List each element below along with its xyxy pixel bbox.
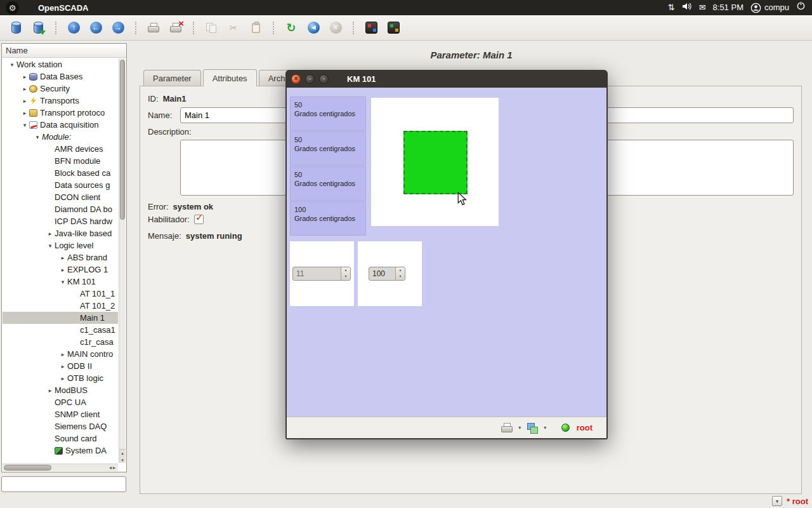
spinbox-2[interactable]: 100 ▴▾: [369, 267, 405, 281]
vertical-scroll-thumb[interactable]: [120, 60, 125, 220]
network-icon[interactable]: ⇅: [668, 0, 675, 15]
tree-vertical-scrollbar[interactable]: ▴▾: [119, 58, 126, 463]
tree-item-snmp-client[interactable]: SNMP client: [3, 408, 118, 420]
tree-item-transport-protoco[interactable]: ▸Transport protoco: [3, 107, 118, 119]
tab-parameter[interactable]: Parameter: [143, 70, 201, 86]
go-up-icon[interactable]: ↑: [64, 18, 83, 37]
user-menu[interactable]: compu: [750, 0, 789, 15]
vision-development-icon[interactable]: [362, 18, 381, 37]
start-updating-icon[interactable]: ◀: [304, 18, 323, 37]
spinbox-1-steppers[interactable]: ▴▾: [341, 267, 350, 280]
expander-icon[interactable]: ▸: [58, 255, 67, 261]
tab-attributes[interactable]: Attributes: [203, 69, 257, 86]
expander-icon[interactable]: ▸: [58, 363, 67, 370]
enable-checkbox[interactable]: [194, 215, 204, 224]
horizontal-scroll-steppers[interactable]: ◂▸: [109, 464, 117, 472]
tree-item-km-101[interactable]: ▾KM 101: [3, 276, 118, 288]
tree-item-work-station[interactable]: ▾Work station: [3, 58, 118, 70]
tree-item-main-contro[interactable]: ▸MAIN contro: [3, 348, 118, 360]
expander-icon[interactable]: ▸: [46, 387, 55, 394]
add-item-icon[interactable]: [144, 18, 163, 37]
tree-item-data-acquisition[interactable]: ▾Data acquisition: [3, 119, 118, 131]
spinbox-1[interactable]: 11 ▴▾: [292, 267, 351, 281]
expander-icon[interactable]: ▾: [58, 279, 67, 285]
tree-filter-input[interactable]: [1, 476, 126, 492]
tree-item-abs-brand[interactable]: ▸ABS brand: [3, 251, 118, 264]
tree-item-sound-card[interactable]: Sound card: [3, 432, 118, 444]
tree-item-explog-1[interactable]: ▸EXPLOG 1: [3, 264, 118, 276]
tree-item-label: Module:: [42, 132, 71, 142]
tree-item-c1-casa1[interactable]: c1_casa1: [3, 324, 118, 336]
expander-icon[interactable]: ▸: [20, 98, 29, 104]
tree-item-data-bases[interactable]: ▸Data Bases: [3, 70, 118, 83]
expander-icon[interactable]: ▸: [20, 110, 29, 116]
tree-item-block-based-ca[interactable]: Block based ca: [3, 167, 118, 179]
tree-item-otb-logic[interactable]: ▸OTB logic: [3, 372, 118, 384]
expander-icon[interactable]: ▸: [46, 231, 55, 237]
green-indicator[interactable]: [403, 131, 468, 194]
window-titlebar[interactable]: × − ▫ KM 101: [285, 70, 608, 88]
volume-icon[interactable]: [682, 0, 692, 15]
tree-item-icp-das-hardw[interactable]: ICP DAS hardw: [3, 215, 118, 227]
spinbox-2-steppers[interactable]: ▴▾: [395, 267, 405, 280]
tree-item-c1r-casa[interactable]: c1r_casa: [3, 336, 118, 348]
tree-header[interactable]: Name: [2, 44, 126, 58]
expander-icon[interactable]: ▾: [46, 243, 55, 249]
tree-item-security[interactable]: ▸Security: [3, 83, 118, 95]
clock[interactable]: 8:51 PM: [713, 0, 743, 15]
expander-icon[interactable]: ▸: [58, 351, 67, 358]
user-dropdown-icon[interactable]: ▾: [772, 496, 782, 506]
tree-item-diamond-da-bo[interactable]: Diamond DA bo: [3, 203, 118, 215]
tree-item-opc-ua[interactable]: OPC UA: [3, 396, 118, 408]
tree-item-data-sources-g[interactable]: Data sources g: [3, 179, 118, 191]
expander-icon[interactable]: ▸: [58, 375, 67, 382]
copy-item-icon[interactable]: [202, 18, 221, 37]
distributor-menu-icon[interactable]: ⚙: [6, 1, 19, 15]
go-forward-icon[interactable]: →: [108, 18, 128, 37]
maximize-icon[interactable]: ▫: [319, 74, 329, 84]
delete-item-icon[interactable]: ×: [166, 18, 185, 37]
go-back-icon[interactable]: ←: [86, 18, 105, 37]
dialog-user[interactable]: root: [577, 423, 593, 432]
print-icon[interactable]: [501, 423, 513, 433]
expander-icon[interactable]: ▸: [20, 86, 29, 92]
print-dropdown-icon[interactable]: ▾: [516, 425, 524, 431]
mail-icon[interactable]: ✉: [699, 0, 706, 15]
minimize-icon[interactable]: −: [305, 74, 315, 84]
expander-icon[interactable]: ▸: [20, 74, 29, 80]
export-icon[interactable]: [527, 423, 538, 433]
expander-icon[interactable]: ▸: [58, 267, 67, 273]
vertical-scroll-steppers[interactable]: ▴▾: [119, 449, 126, 463]
export-dropdown-icon[interactable]: ▾: [541, 425, 549, 431]
close-icon[interactable]: ×: [291, 74, 301, 84]
stop-updating-icon[interactable]: ×: [326, 18, 345, 37]
power-icon[interactable]: [796, 0, 806, 15]
expander-icon[interactable]: ▾: [33, 134, 42, 140]
current-user[interactable]: * root: [787, 497, 808, 506]
cut-item-icon[interactable]: ✂: [224, 18, 243, 37]
tree-item-amr-devices[interactable]: AMR devices: [3, 143, 118, 155]
tree-item-system-da[interactable]: System DA: [3, 444, 118, 457]
refresh-icon[interactable]: ↻: [282, 18, 301, 37]
tree-item-bfn-module[interactable]: BFN module: [3, 155, 118, 167]
save-to-db-icon[interactable]: [29, 18, 48, 37]
tree-item-at-101-2[interactable]: AT 101_2: [3, 300, 118, 312]
tree-item-logic-level[interactable]: ▾Logic level: [3, 239, 118, 251]
vision-runtime-icon[interactable]: [384, 18, 403, 37]
tree-item-transports[interactable]: ▸Transports: [3, 95, 118, 107]
tree-item-java-like-based[interactable]: ▸Java-like based: [3, 227, 118, 239]
load-from-db-icon[interactable]: [6, 18, 25, 37]
mouse-cursor: [457, 192, 467, 208]
tree-item-dcon-client[interactable]: DCON client: [3, 191, 118, 203]
paste-item-icon[interactable]: [246, 18, 265, 37]
tree-item-main-1[interactable]: Main 1: [3, 312, 118, 324]
expander-icon[interactable]: ▾: [20, 122, 29, 128]
horizontal-scroll-thumb[interactable]: [4, 465, 51, 471]
tree-item-siemens-daq[interactable]: Siemens DAQ: [3, 420, 118, 432]
tree-item-modbus[interactable]: ▸ModBUS: [3, 384, 118, 396]
tree-item-odb-ii[interactable]: ▸ODB II: [3, 360, 118, 372]
tree-horizontal-scrollbar[interactable]: ◂▸: [3, 464, 118, 471]
tree-item-at-101-1[interactable]: AT 101_1: [3, 288, 118, 300]
tree-item-module[interactable]: ▾Module:: [3, 131, 118, 143]
expander-icon[interactable]: ▾: [8, 62, 16, 68]
